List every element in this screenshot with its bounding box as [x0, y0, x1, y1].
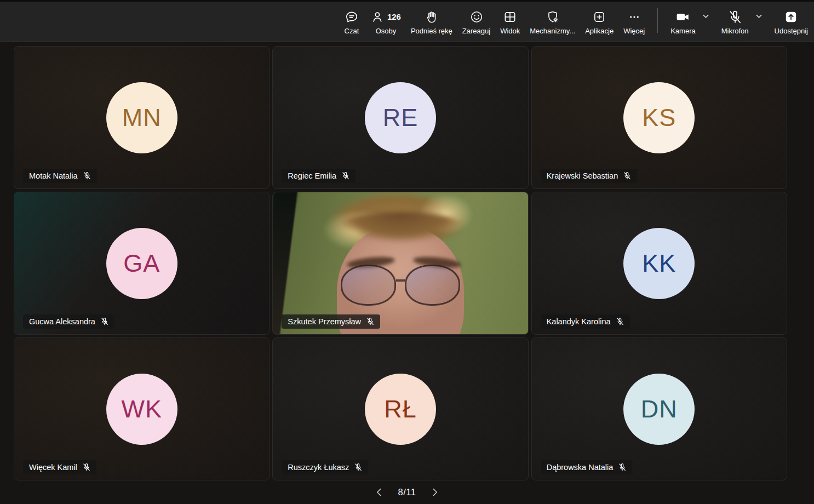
raise-hand-button[interactable]: Podnieś rękę: [406, 8, 457, 36]
participant-count: 126: [387, 12, 401, 21]
view-grid-icon: [503, 10, 517, 24]
camera-options-chevron[interactable]: [701, 8, 712, 20]
view-label: Widok: [500, 27, 520, 35]
breakout-rooms-label: Mechanizmy...: [530, 27, 575, 35]
participant-name: Ruszczyk Łukasz: [288, 463, 349, 472]
participant-tile[interactable]: KK Kalandyk Karolina: [531, 192, 787, 335]
avatar: RE: [365, 82, 436, 153]
share-label: Udostępnij: [775, 27, 808, 35]
participant-name: Krajewski Sebastian: [547, 171, 618, 180]
mic-off-icon: [354, 463, 363, 472]
participant-tile[interactable]: WK Więcek Kamil: [14, 337, 270, 480]
participant-name: Kalandyk Karolina: [547, 317, 611, 326]
name-badge: Dąbrowska Natalia: [541, 460, 633, 474]
mic-off-icon: [100, 317, 109, 326]
previous-page-button[interactable]: [372, 485, 386, 499]
apps-plus-icon: [592, 10, 606, 24]
chat-label: Czat: [345, 27, 359, 35]
avatar: DN: [623, 374, 695, 445]
avatar-wrap: KS: [532, 47, 787, 188]
avatar: KS: [623, 82, 695, 153]
participant-tile[interactable]: MN Motak Natalia: [14, 46, 270, 189]
toolbar-divider: [657, 8, 658, 33]
chevron-left-icon: [375, 488, 384, 497]
camera-on-icon: [675, 10, 691, 24]
name-badge: Krajewski Sebastian: [541, 169, 638, 183]
name-badge: Więcek Kamil: [23, 460, 96, 474]
mic-off-icon: [618, 463, 627, 472]
name-badge: Motak Natalia: [23, 169, 97, 183]
participant-name: Motak Natalia: [29, 171, 78, 180]
breakout-rooms-shield-gear-icon: [546, 10, 560, 24]
more-ellipsis-icon: [627, 10, 641, 24]
participant-name: Gucwa Aleksandra: [29, 317, 95, 326]
participant-tile[interactable]: Szkutek Przemysław: [272, 192, 528, 335]
view-button[interactable]: Widok: [495, 8, 525, 36]
more-button[interactable]: Więcej: [618, 8, 650, 36]
breakout-rooms-button[interactable]: Mechanizmy...: [525, 8, 580, 36]
participant-name: Regiec Emilia: [288, 171, 336, 180]
people-label: Osoby: [376, 27, 397, 35]
name-badge: Ruszczyk Łukasz: [282, 460, 368, 474]
participant-tile[interactable]: GA Gucwa Aleksandra: [14, 192, 270, 335]
avatar: GA: [106, 228, 177, 299]
microphone-label: Mikrofon: [721, 27, 749, 35]
participant-tile[interactable]: RE Regiec Emilia: [272, 46, 528, 189]
microphone-button[interactable]: Mikrofon: [716, 8, 754, 36]
mic-off-icon: [366, 317, 375, 326]
raise-hand-label: Podnieś rękę: [411, 27, 452, 35]
chevron-down-icon: [755, 12, 763, 20]
avatar-wrap: GA: [14, 192, 269, 334]
avatar: MN: [106, 82, 177, 153]
more-label: Więcej: [623, 27, 645, 35]
page-indicator: 8/11: [398, 487, 416, 497]
chat-icon: [345, 10, 359, 24]
participant-name: Dąbrowska Natalia: [547, 463, 614, 472]
mic-off-icon: [623, 171, 632, 180]
avatar: KK: [623, 228, 695, 299]
name-badge: Kalandyk Karolina: [541, 314, 630, 329]
name-badge: Regiec Emilia: [282, 169, 356, 183]
mic-off-icon: [83, 171, 91, 180]
share-button[interactable]: Udostępnij: [770, 8, 813, 36]
share-screen-icon: [784, 10, 798, 24]
avatar-wrap: WK: [14, 338, 269, 480]
avatar-wrap: RE: [273, 47, 528, 188]
next-page-button[interactable]: [428, 485, 442, 499]
chevron-right-icon: [430, 488, 439, 497]
camera-label: Kamera: [670, 27, 696, 35]
avatar-wrap: RŁ: [273, 338, 528, 480]
mic-off-icon: [727, 9, 743, 25]
participant-tile[interactable]: KS Krajewski Sebastian: [531, 46, 787, 189]
device-controls: Kamera Mikrofon: [666, 8, 813, 36]
participant-name: Szkutek Przemysław: [288, 317, 361, 326]
avatar: RŁ: [365, 374, 436, 445]
avatar: WK: [106, 374, 177, 445]
react-smiley-icon: [469, 10, 484, 24]
meeting-toolbar: Czat 126 Osoby Podnieś rękę: [0, 0, 814, 42]
name-badge: Gucwa Aleksandra: [23, 314, 114, 329]
mic-off-icon: [82, 463, 91, 472]
microphone-options-chevron[interactable]: [754, 8, 765, 20]
participant-name: Więcek Kamil: [29, 463, 77, 472]
participant-grid: MN Motak Natalia RE: [0, 42, 814, 480]
avatar-wrap: MN: [14, 47, 269, 188]
apps-button[interactable]: Aplikacje: [580, 8, 618, 36]
people-icon: [371, 10, 385, 24]
camera-button[interactable]: Kamera: [666, 8, 701, 36]
apps-label: Aplikacje: [585, 27, 614, 35]
chat-button[interactable]: Czat: [337, 8, 366, 36]
avatar-wrap: DN: [532, 338, 787, 480]
participant-tile[interactable]: DN Dąbrowska Natalia: [531, 337, 787, 480]
participant-tile[interactable]: RŁ Ruszczyk Łukasz: [272, 337, 528, 480]
react-button[interactable]: Zareaguj: [457, 8, 495, 36]
name-badge: Szkutek Przemysław: [282, 314, 380, 329]
raise-hand-icon: [425, 10, 439, 24]
grid-pagination: 8/11: [0, 480, 814, 504]
mic-off-icon: [616, 317, 624, 326]
avatar-wrap: KK: [532, 192, 787, 334]
chevron-down-icon: [702, 12, 710, 20]
people-button[interactable]: 126 Osoby: [366, 8, 406, 36]
mic-off-icon: [341, 171, 350, 180]
react-label: Zareaguj: [462, 27, 490, 35]
